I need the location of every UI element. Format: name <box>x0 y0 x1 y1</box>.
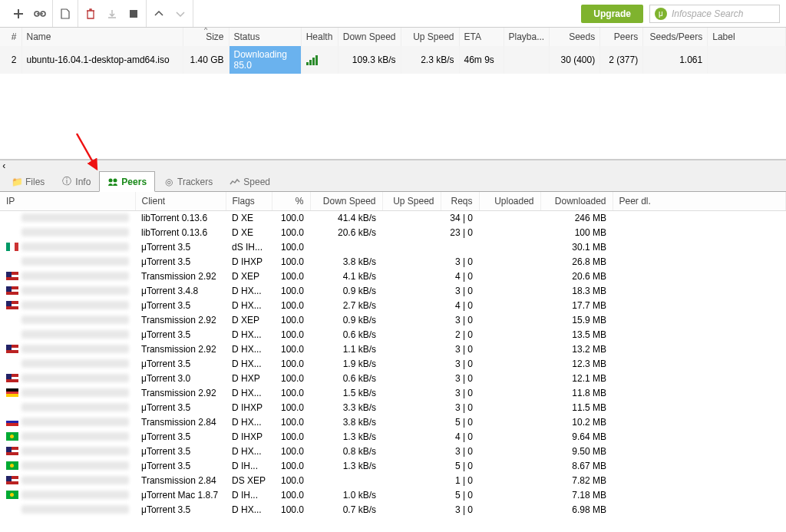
peer-row[interactable]: libTorrent 0.13.6D XE100.041.4 kB/s34 | … <box>0 210 786 225</box>
svg-point-5 <box>114 178 117 182</box>
stop-button[interactable] <box>126 6 141 21</box>
start-button[interactable] <box>104 6 120 21</box>
pcol-pct: % <box>272 192 310 210</box>
flag-icon <box>6 418 18 426</box>
remove-button[interactable] <box>83 6 98 21</box>
move-up-button[interactable] <box>151 6 167 21</box>
peer-row[interactable]: μTorrent 3.5D IHXP100.03.3 kB/s3 | 011.5… <box>0 400 786 415</box>
upgrade-button[interactable]: Upgrade <box>581 5 643 23</box>
peer-row[interactable]: μTorrent 3.5dS IH...100.030.1 MB <box>0 240 786 254</box>
peer-row[interactable]: Transmission 2.92D XEP100.00.9 kB/s3 | 0… <box>0 312 786 327</box>
ip-redacted <box>21 432 129 441</box>
ip-redacted <box>21 286 129 295</box>
pcol-ip: IP <box>0 192 135 210</box>
utorrent-icon: μ <box>655 8 667 20</box>
ip-redacted <box>21 374 129 382</box>
peer-row[interactable]: μTorrent 3.5D IH...100.01.3 kB/s5 | 08.6… <box>0 458 786 473</box>
tab-files[interactable]: 📁Files <box>3 171 53 192</box>
pcol-client: Client <box>135 192 226 210</box>
peer-row[interactable]: μTorrent 3.5D IHXP100.03.8 kB/s3 | 026.8… <box>0 254 786 269</box>
ip-redacted <box>21 243 129 251</box>
tab-trackers[interactable]: ◎Trackers <box>155 171 221 192</box>
col-num: # <box>0 28 21 46</box>
peer-row[interactable]: Transmission 2.92D HX...100.01.1 kB/s3 |… <box>0 342 786 356</box>
detail-tabs: 📁Files ⓘInfo Peers ◎Trackers Speed <box>0 170 786 192</box>
ip-redacted <box>21 418 129 426</box>
folder-icon: 📁 <box>12 177 22 187</box>
ip-redacted <box>21 359 129 368</box>
new-torrent-button[interactable] <box>58 6 73 21</box>
flag-icon <box>6 374 18 382</box>
tracker-icon: ◎ <box>163 177 174 187</box>
pcol-uploaded: Uploaded <box>479 192 540 210</box>
peer-row[interactable]: Transmission 2.84D HX...100.03.8 kB/s5 |… <box>0 415 786 429</box>
pcol-downloaded: Downloaded <box>540 192 613 210</box>
ip-redacted <box>21 491 129 499</box>
ip-redacted <box>21 213 129 222</box>
pcol-down: Down Speed <box>310 192 382 210</box>
col-size: ^Size <box>183 28 229 46</box>
ip-redacted <box>21 316 129 324</box>
ip-redacted <box>21 388 129 397</box>
flag-icon <box>6 447 18 455</box>
ip-redacted <box>21 461 129 470</box>
flag-icon <box>6 476 18 484</box>
peer-row[interactable]: μTorrent 3.0D HXP100.00.6 kB/s3 | 012.1 … <box>0 371 786 385</box>
add-url-button[interactable] <box>32 6 48 21</box>
col-status: Status <box>229 28 301 46</box>
ip-redacted <box>21 272 129 280</box>
col-down: Down Speed <box>338 28 401 46</box>
flag-icon <box>6 345 18 353</box>
peer-row[interactable]: libTorrent 0.13.6D XE100.020.6 kB/s23 | … <box>0 225 786 240</box>
torrent-header-row[interactable]: # Name ^Size Status Health Down Speed Up… <box>0 28 786 46</box>
peers-panel: IP Client Flags % Down Speed Up Speed Re… <box>0 192 786 530</box>
peer-row[interactable]: μTorrent 3.5D HX...100.01.9 kB/s3 | 012.… <box>0 356 786 371</box>
col-eta: ETA <box>459 28 504 46</box>
torrent-row[interactable]: 2 ubuntu-16.04.1-desktop-amd64.iso 1.40 … <box>0 46 786 74</box>
add-torrent-button[interactable] <box>11 6 26 21</box>
torrent-list: # Name ^Size Status Health Down Speed Up… <box>0 28 786 160</box>
flag-icon <box>6 286 18 295</box>
peer-row[interactable]: μTorrent 3.5D HX...100.00.6 kB/s2 | 013.… <box>0 327 786 342</box>
ip-redacted <box>21 330 129 339</box>
flag-icon <box>6 491 18 499</box>
svg-rect-2 <box>130 10 137 18</box>
peer-row[interactable]: μTorrent 3.5D HX...100.00.8 kB/s3 | 09.5… <box>0 444 786 458</box>
pcol-up: Up Speed <box>382 192 441 210</box>
ip-redacted <box>21 505 129 514</box>
info-icon: ⓘ <box>61 177 72 187</box>
ip-redacted <box>21 476 129 484</box>
col-name: Name <box>21 28 183 46</box>
pcol-flags: Flags <box>226 192 272 210</box>
peers-icon <box>107 177 118 187</box>
ip-redacted <box>21 301 129 309</box>
svg-point-4 <box>109 178 113 182</box>
main-toolbar: Upgrade μ Infospace Search <box>0 0 786 28</box>
ip-redacted <box>21 447 129 455</box>
peer-row[interactable]: μTorrent 3.5D HX...100.00.7 kB/s3 | 06.9… <box>0 502 786 517</box>
flag-icon <box>6 432 18 441</box>
col-peers: Peers <box>600 28 643 46</box>
peers-header-row[interactable]: IP Client Flags % Down Speed Up Speed Re… <box>0 192 786 210</box>
peer-row[interactable]: Transmission 2.92D HX...100.01.5 kB/s3 |… <box>0 385 786 400</box>
peer-row[interactable]: μTorrent 3.4.8D HX...100.00.9 kB/s3 | 01… <box>0 283 786 298</box>
pcol-reqs: Reqs <box>441 192 479 210</box>
speed-icon <box>230 177 240 187</box>
peer-row[interactable]: μTorrent 3.5D HX...100.02.7 kB/s4 | 017.… <box>0 298 786 312</box>
col-health: Health <box>301 28 338 46</box>
search-placeholder: Infospace Search <box>672 8 743 19</box>
move-down-button[interactable] <box>173 6 188 21</box>
search-input[interactable]: μ Infospace Search <box>649 5 780 23</box>
pcol-peerdl: Peer dl. <box>613 192 785 210</box>
peer-row[interactable]: Transmission 2.84DS XEP100.01 | 07.82 MB <box>0 473 786 487</box>
peer-row[interactable]: μTorrent Mac 1.8.7D IH...100.01.0 kB/s5 … <box>0 487 786 502</box>
ip-redacted <box>21 257 129 266</box>
tab-peers[interactable]: Peers <box>99 171 155 192</box>
flag-icon <box>6 243 18 251</box>
flag-icon <box>6 272 18 280</box>
hscroll[interactable]: ‹ <box>0 160 786 170</box>
tab-info[interactable]: ⓘInfo <box>53 171 99 192</box>
peer-row[interactable]: μTorrent 3.5D IHXP100.01.3 kB/s4 | 09.64… <box>0 429 786 444</box>
tab-speed[interactable]: Speed <box>221 171 279 192</box>
peer-row[interactable]: Transmission 2.92D XEP100.04.1 kB/s4 | 0… <box>0 269 786 283</box>
